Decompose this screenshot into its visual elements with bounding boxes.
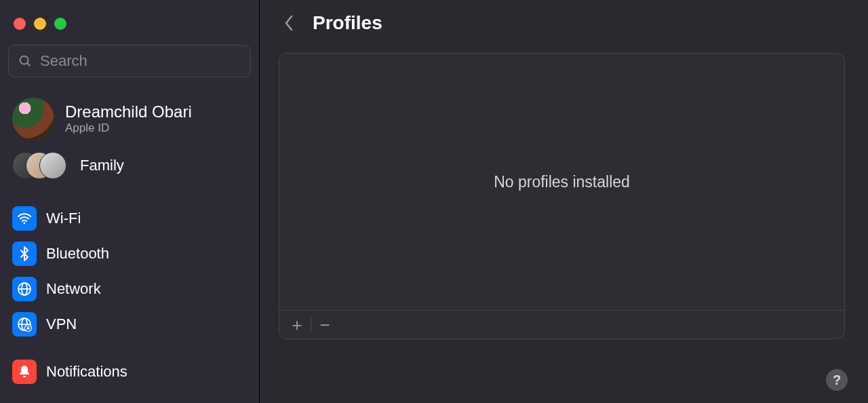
account-name: Dreamchild Obari xyxy=(65,102,192,121)
sidebar-item-wifi[interactable]: Wi-Fi xyxy=(8,201,251,236)
remove-profile-button[interactable]: − xyxy=(311,311,338,339)
family-avatars xyxy=(12,152,68,179)
user-avatar xyxy=(12,98,54,140)
search-field-wrap xyxy=(8,45,251,77)
sidebar-item-apple-id[interactable]: Dreamchild Obari Apple ID xyxy=(8,92,251,148)
sidebar-item-label: VPN xyxy=(46,315,77,333)
header: Profiles xyxy=(279,12,849,34)
sidebar-item-network[interactable]: Network xyxy=(8,271,251,307)
empty-message: No profiles installed xyxy=(494,173,630,191)
sidebar-item-label: Network xyxy=(46,280,101,298)
family-label: Family xyxy=(80,157,124,174)
profiles-panel: No profiles installed + − xyxy=(279,53,845,339)
sidebar-item-label: Notifications xyxy=(46,363,127,381)
help-button[interactable]: ? xyxy=(826,369,848,391)
sidebar-item-bluetooth[interactable]: Bluetooth xyxy=(8,236,251,271)
back-button[interactable] xyxy=(279,13,299,33)
profiles-panel-footer: + − xyxy=(279,310,844,339)
close-window-button[interactable] xyxy=(14,18,26,30)
notifications-icon xyxy=(12,360,37,384)
sidebar-item-label: Wi-Fi xyxy=(46,210,81,227)
sidebar-item-label: Bluetooth xyxy=(46,245,109,263)
svg-point-0 xyxy=(20,56,28,64)
network-icon xyxy=(12,277,37,301)
account-text: Dreamchild Obari Apple ID xyxy=(65,102,192,135)
add-profile-button[interactable]: + xyxy=(283,311,311,339)
plus-icon: + xyxy=(292,316,302,334)
sidebar-item-family[interactable]: Family xyxy=(8,148,251,189)
sidebar-item-vpn[interactable]: VPN xyxy=(8,307,251,342)
sidebar-item-notifications[interactable]: Notifications xyxy=(8,354,251,389)
wifi-icon xyxy=(12,206,37,231)
sidebar-nav-group-2: Notifications xyxy=(8,354,251,389)
minimize-window-button[interactable] xyxy=(34,18,46,30)
bluetooth-icon xyxy=(12,242,37,266)
svg-line-1 xyxy=(27,63,30,66)
vpn-icon xyxy=(12,312,37,337)
account-subtitle: Apple ID xyxy=(65,121,192,135)
page-title: Profiles xyxy=(313,12,382,34)
sidebar: Dreamchild Obari Apple ID Family Wi-Fi xyxy=(0,0,260,403)
sidebar-nav-group: Wi-Fi Bluetooth Network xyxy=(8,201,251,342)
family-avatar-icon xyxy=(39,152,66,179)
svg-point-2 xyxy=(24,223,26,225)
search-icon xyxy=(18,54,33,69)
search-input[interactable] xyxy=(8,45,251,77)
help-icon: ? xyxy=(833,372,841,388)
main-content: Profiles No profiles installed + − ? xyxy=(260,0,868,403)
maximize-window-button[interactable] xyxy=(54,18,66,30)
window-controls xyxy=(8,14,251,45)
profiles-empty-state: No profiles installed xyxy=(279,54,844,310)
svg-rect-10 xyxy=(27,328,30,330)
minus-icon: − xyxy=(319,316,330,334)
